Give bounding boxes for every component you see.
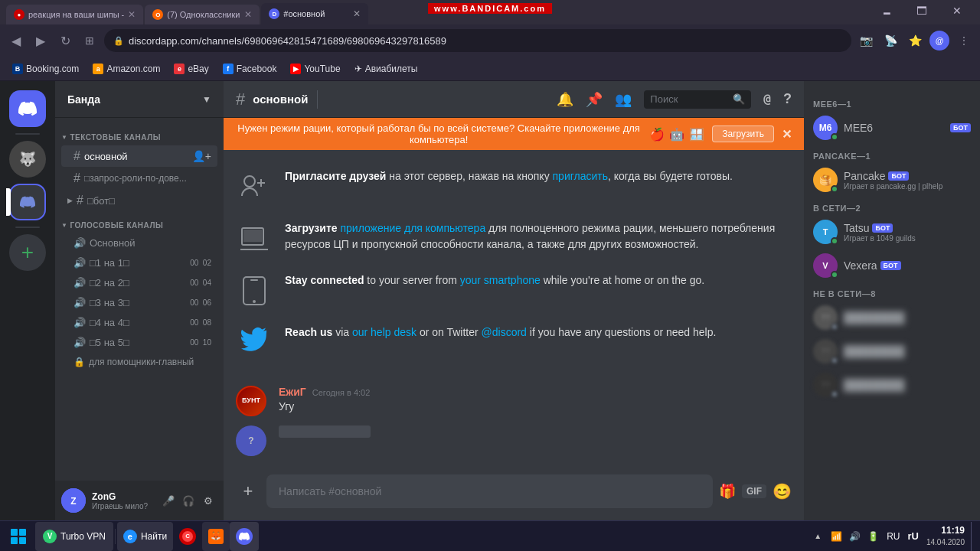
tray-up-arrow[interactable]: ▲ — [810, 529, 825, 544]
category-voice-channels[interactable]: ▼ ГОЛОСОВЫЕ КАНАЛЫ — [55, 212, 224, 233]
pancake-subtitle: Играет в pancake.gg | plhelp — [844, 182, 971, 191]
offline3-avatar: ?? — [813, 373, 838, 397]
voice-channel-osnovnoy[interactable]: 🔊 Основной — [61, 233, 217, 253]
add-attachment-button[interactable]: + — [236, 479, 260, 504]
language-indicator[interactable]: RU — [884, 531, 903, 542]
invite-text: Пригласите друзей на этот сервер, нажав … — [285, 168, 733, 184]
user-add-icon[interactable]: 👤+ — [192, 150, 211, 162]
channel-item-bot[interactable]: ▶ # □бот□ — [61, 190, 217, 211]
taskbar-item-browser[interactable]: e Найти — [117, 522, 173, 551]
taskbar-item-comodo[interactable]: C — [173, 522, 202, 551]
bookmark-star[interactable]: ⭐ — [905, 31, 925, 51]
browser-tab-3[interactable]: D #основной ✕ — [261, 3, 368, 24]
url-bar[interactable]: 🔒 discordapp.com/channels/69806964281547… — [104, 29, 851, 52]
locked-channel-pomoshniki[interactable]: 🔒 для помощники-главный — [61, 353, 217, 371]
tray-network-icon[interactable]: 📶 — [828, 529, 844, 544]
browser-icon: e — [123, 530, 137, 543]
voice-channel-3na3[interactable]: 🔊 □3 на 3□ 00 06 — [61, 293, 217, 312]
back-button[interactable]: ◀ — [6, 31, 26, 51]
taskbar-item-turbo-vpn[interactable]: V Turbo VPN — [35, 522, 113, 551]
main-content: # основной 🔔 📌 👥 Поиск 🔍 @ ? Нужен — [224, 81, 804, 520]
server-name-header[interactable]: Банда ▼ — [55, 81, 224, 118]
bookmark-facebook[interactable]: f Facebook — [217, 61, 283, 77]
browser-tab-2[interactable]: О (7) Одноклассники ✕ — [145, 5, 260, 24]
user-account-button[interactable]: @ — [929, 31, 949, 51]
bell-icon[interactable]: 🔔 — [557, 91, 573, 108]
members-icon[interactable]: 👥 — [615, 91, 632, 108]
settings-button[interactable]: ⚙ — [199, 491, 217, 510]
tab1-close[interactable]: ✕ — [128, 9, 136, 20]
pin-icon[interactable]: 📌 — [586, 91, 603, 108]
tab3-close[interactable]: ✕ — [353, 8, 361, 19]
member-item-tatsu[interactable]: T Tatsu БОТ Играет в 1049 guilds — [807, 216, 977, 248]
channel-item-zapros[interactable]: # □запрос-роли-по-дове... — [61, 168, 217, 189]
screenshot-button[interactable]: 📷 — [856, 31, 876, 51]
voice-channel-2na2[interactable]: 🔊 □2 на 2□ 00 04 — [61, 273, 217, 292]
banner-download-button[interactable]: Загрузить — [712, 126, 774, 142]
apple-icon: 🍎 — [649, 127, 665, 142]
header-search-box[interactable]: Поиск 🔍 — [644, 90, 751, 109]
server-icon-wolf[interactable]: 🐺 — [9, 141, 46, 178]
bookmark-amazon[interactable]: a Amazon.com — [87, 61, 166, 77]
speaker-icon: 🔊 — [74, 237, 86, 249]
start-button[interactable] — [2, 521, 35, 552]
emoji-button[interactable]: 😊 — [773, 482, 792, 500]
mute-button[interactable]: 🎤 — [159, 491, 178, 510]
taskbar-item-discord[interactable] — [230, 522, 259, 551]
comodo-icon: C — [179, 528, 196, 545]
tab2-close[interactable]: ✕ — [244, 9, 252, 20]
message-input-box[interactable]: Написать #основной — [266, 474, 713, 508]
deafen-button[interactable]: 🎧 — [179, 491, 198, 510]
gif-button[interactable]: GIF — [742, 484, 766, 498]
tray-volume-icon[interactable]: 🔊 — [847, 529, 862, 544]
add-server-button[interactable]: + — [9, 234, 46, 271]
channel-header: # основной 🔔 📌 👥 Поиск 🔍 @ ? — [224, 81, 804, 118]
server-icon-main[interactable] — [9, 184, 46, 220]
forward-button[interactable]: ▶ — [31, 31, 51, 51]
bookmark-youtube[interactable]: ▶ YouTube — [284, 61, 346, 77]
bookmarks-bar: B Booking.com a Amazon.com e eBay f Face… — [0, 57, 980, 81]
server-list: 🐺 + — [0, 81, 55, 520]
banner-close-icon[interactable]: ✕ — [782, 127, 792, 142]
gift-button[interactable]: 🎁 — [719, 483, 736, 500]
voice-count-5na5: 00 10 — [190, 338, 211, 347]
maximize-button[interactable]: 🗖 — [905, 0, 939, 21]
server-divider-1 — [15, 133, 40, 135]
channel-item-osnovnoy[interactable]: # основной 👤+ — [61, 145, 217, 167]
minimize-button[interactable]: 🗕 — [870, 0, 903, 21]
voice-channel-5na5[interactable]: 🔊 □5 на 5□ 00 10 — [61, 333, 217, 352]
bookmark-booking[interactable]: B Booking.com — [6, 61, 85, 77]
category-text-label: ТЕКСТОВЫЕ КАНАЛЫ — [70, 133, 161, 142]
voice-channel-1na1[interactable]: 🔊 □1 на 1□ 00 02 — [61, 253, 217, 272]
member-item-offline-3[interactable]: ?? ████████ — [807, 369, 977, 401]
ejig-message-content: ЕжиГ Сегодня в 4:02 Угу — [279, 386, 792, 416]
window-controls: 🗕 🗖 ✕ — [870, 0, 974, 24]
tray-battery-icon[interactable]: 🔋 — [865, 529, 880, 544]
extensions-button[interactable]: ⊞ — [80, 31, 100, 51]
show-desktop-button[interactable] — [971, 522, 975, 551]
member-item-offline-1[interactable]: ?? ████████ — [807, 302, 977, 334]
member-item-mee6[interactable]: M6 MEE6 БОТ — [807, 112, 977, 144]
voice-channel-4na4[interactable]: 🔊 □4 на 4□ 00 08 — [61, 313, 217, 332]
bookmark-ebay[interactable]: e eBay — [168, 61, 214, 77]
browser-tab-1[interactable]: ● реакция на ваши шипы - ✕ — [6, 5, 143, 24]
close-button[interactable]: ✕ — [940, 0, 974, 21]
member-item-vexera[interactable]: V Vexera БОТ — [807, 249, 977, 282]
members-category-mee6: MEE6—1 — [807, 93, 977, 112]
bookmark-avia[interactable]: ✈ Авиабилеты — [348, 61, 424, 77]
clock-display[interactable]: 11:19 14.04.2020 — [923, 525, 968, 547]
taskbar-item-fox[interactable]: 🦊 — [202, 522, 230, 551]
category-text-channels[interactable]: ▼ ТЕКСТОВЫЕ КАНАЛЫ — [55, 124, 224, 145]
menu-button[interactable]: ⋮ — [954, 31, 974, 51]
welcome-item-help: Reach us via our help desk or on Twitter… — [279, 324, 792, 355]
ejig-timestamp: Сегодня в 4:02 — [312, 388, 371, 397]
mention-icon[interactable]: @ — [763, 92, 771, 106]
refresh-button[interactable]: ↻ — [55, 31, 75, 51]
member-item-pancake[interactable]: 🥞 Pancake БОТ Играет в pancake.gg | plhe… — [807, 164, 977, 196]
bandicam-overlay: www.BANDICAM.com — [428, 3, 552, 14]
help-icon[interactable]: ? — [783, 91, 792, 107]
cast-button[interactable]: 📡 — [880, 31, 900, 51]
voice-name-4na4: □4 на 4□ — [90, 317, 186, 328]
server-icon-discord[interactable] — [9, 90, 46, 127]
member-item-offline-2[interactable]: ?? ████████ — [807, 335, 977, 367]
